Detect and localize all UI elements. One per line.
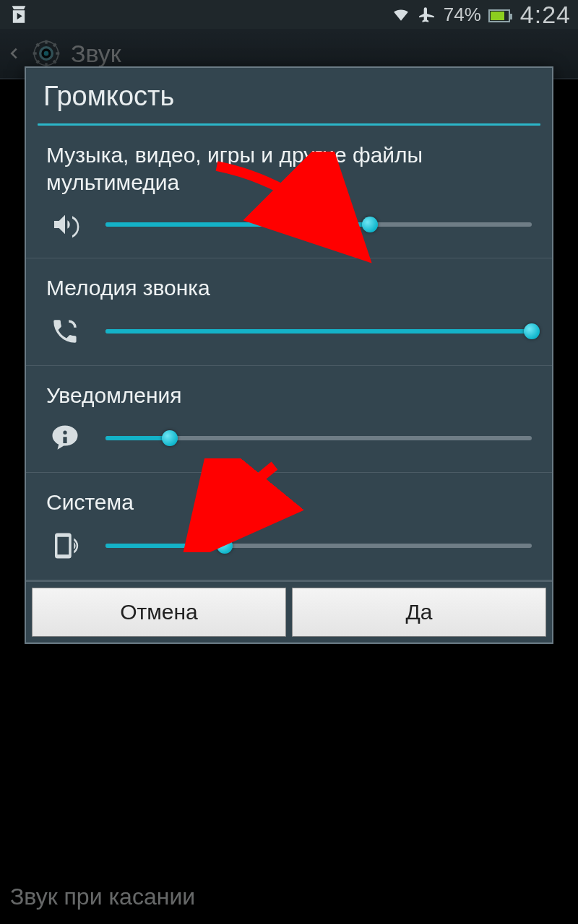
volume-row-system: Система	[26, 473, 552, 580]
phone-ring-icon	[46, 316, 84, 346]
volume-label-media: Музыка, видео, игры и другие файлы мульт…	[46, 141, 532, 196]
cancel-button-label: Отмена	[120, 600, 198, 624]
status-bar: 74% 4:24	[0, 0, 578, 29]
volume-label-system: Система	[46, 489, 532, 516]
battery-fill	[491, 12, 504, 20]
notification-volume-fill	[105, 436, 170, 440]
media-volume-thumb[interactable]	[362, 217, 378, 232]
volume-row-notifications: Уведомления	[26, 366, 552, 474]
media-volume-slider[interactable]	[105, 222, 532, 227]
clock-label: 4:24	[520, 1, 571, 29]
volume-row-ringtone: Мелодия звонка	[26, 258, 552, 366]
system-volume-slider[interactable]	[105, 544, 532, 548]
system-volume-fill	[105, 544, 225, 548]
volume-row-media: Музыка, видео, игры и другие файлы мульт…	[26, 126, 552, 258]
battery-percent-label: 74%	[444, 4, 481, 26]
ringtone-volume-slider[interactable]	[105, 329, 532, 334]
speaker-icon	[46, 210, 84, 239]
cancel-button[interactable]: Отмена	[32, 588, 286, 637]
notification-volume-slider[interactable]	[105, 436, 532, 440]
volume-dialog: Громкость Музыка, видео, игры и другие ф…	[25, 66, 553, 644]
device-sound-icon	[46, 531, 84, 561]
notification-volume-thumb[interactable]	[162, 430, 178, 446]
volume-label-notifications: Уведомления	[46, 382, 532, 409]
dialog-title: Громкость	[26, 68, 552, 123]
play-store-icon	[9, 4, 29, 25]
ringtone-volume-thumb[interactable]	[524, 323, 540, 339]
wifi-icon	[392, 5, 410, 24]
airplane-mode-icon	[418, 5, 436, 24]
system-volume-thumb[interactable]	[217, 538, 233, 554]
battery-icon	[488, 4, 510, 26]
ok-button[interactable]: Да	[292, 588, 546, 637]
volume-label-ringtone: Мелодия звонка	[46, 274, 532, 302]
media-volume-fill	[105, 222, 370, 227]
ok-button-label: Да	[405, 600, 432, 624]
notification-icon	[46, 423, 84, 453]
ringtone-volume-fill	[105, 329, 532, 334]
dialog-button-row: Отмена Да	[26, 580, 552, 642]
